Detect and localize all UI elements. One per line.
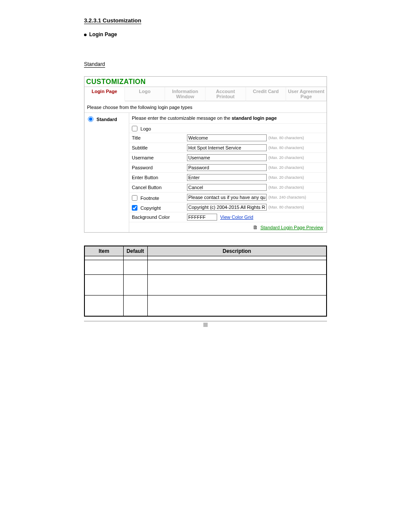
input-username[interactable] xyxy=(187,154,267,161)
input-cancel-button[interactable] xyxy=(187,184,267,191)
preview-icon: 🗎 xyxy=(253,224,258,230)
input-background-color[interactable] xyxy=(187,214,217,221)
custom-message-header: Please enter the customizable message on… xyxy=(129,113,327,124)
input-copyright[interactable] xyxy=(187,204,267,211)
checkbox-logo[interactable] xyxy=(132,126,137,131)
table-row xyxy=(84,260,327,275)
label-background-color: Background Color xyxy=(132,215,187,220)
link-standard-login-preview[interactable]: Standard Login Page Preview xyxy=(260,225,323,230)
table-row xyxy=(84,296,327,316)
label-title: Title xyxy=(132,135,187,140)
th-item: Item xyxy=(84,246,123,256)
input-title[interactable] xyxy=(187,134,267,141)
footer-square-icon xyxy=(203,323,208,327)
tab-credit-card[interactable]: Credit Card xyxy=(246,87,286,101)
hint-username: (Max. 20 characters) xyxy=(267,156,325,160)
hint-password: (Max. 20 characters) xyxy=(267,165,325,170)
hint-enter: (Max. 20 characters) xyxy=(267,175,325,180)
checkbox-footnote[interactable] xyxy=(132,195,137,201)
label-footnote: Footnote xyxy=(140,196,159,201)
tab-login-page[interactable]: Login Page xyxy=(84,87,125,101)
checkbox-copyright[interactable] xyxy=(132,205,137,211)
link-view-color-grid[interactable]: View Color Grid xyxy=(220,215,253,220)
hint-subtitle: (Max. 80 characters) xyxy=(267,146,325,150)
hint-title: (Max. 80 characters) xyxy=(267,136,325,140)
bullet-label: Login Page xyxy=(89,31,117,37)
radio-standard-label: Standard xyxy=(97,117,117,122)
description-table: Item Default Description xyxy=(84,246,327,317)
input-enter-button[interactable] xyxy=(187,174,267,181)
bullet-icon xyxy=(84,34,87,36)
radio-standard[interactable] xyxy=(88,116,93,122)
tabs: Login Page Logo Information Window Accou… xyxy=(84,87,327,101)
bullet-login-page: Login Page xyxy=(84,31,327,37)
input-password[interactable] xyxy=(187,164,267,171)
table-row xyxy=(84,275,327,296)
input-subtitle[interactable] xyxy=(187,144,267,151)
customization-panel: CUSTOMIZATION Login Page Logo Informatio… xyxy=(84,76,327,233)
footer-nav xyxy=(84,321,327,327)
hint-footnote: (Max. 240 characters) xyxy=(267,195,325,199)
label-username: Username xyxy=(132,155,187,160)
hint-cancel: (Max. 20 characters) xyxy=(267,185,325,190)
label-copyright: Copyright xyxy=(140,205,161,211)
label-enter-button: Enter Button xyxy=(132,175,187,180)
input-footnote[interactable] xyxy=(187,194,267,201)
tab-information-window[interactable]: Information Window xyxy=(165,87,206,101)
section-intro: Standard xyxy=(84,61,105,68)
th-description: Description xyxy=(147,246,327,256)
tab-account-printout[interactable]: Account Printout xyxy=(206,87,246,101)
instruction: Please choose from the following login p… xyxy=(84,101,327,113)
th-default: Default xyxy=(123,246,147,256)
section-heading: 3.2.3.1 Customization xyxy=(84,17,141,24)
label-password: Password xyxy=(132,165,187,170)
panel-title: CUSTOMIZATION xyxy=(84,77,327,87)
label-cancel-button: Cancel Button xyxy=(132,185,187,190)
label-logo: Logo xyxy=(140,126,151,131)
hint-copyright: (Max. 80 characters) xyxy=(267,205,325,209)
table-row xyxy=(84,256,327,260)
tab-user-agreement[interactable]: User Agreement Page xyxy=(286,87,327,101)
tab-logo[interactable]: Logo xyxy=(125,87,165,101)
label-subtitle: Subtitle xyxy=(132,145,187,150)
